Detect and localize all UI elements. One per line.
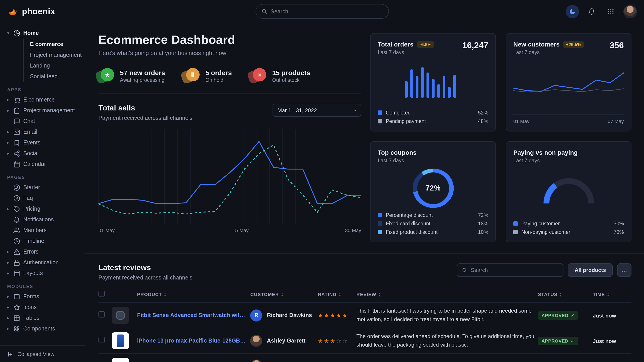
column-header-time[interactable]: TIME▲▼ [593,288,632,303]
sidebar-item-faq[interactable]: Faq [6,193,81,203]
top-coupons-donut-chart: 72% [412,169,454,208]
sidebar-item-authentication[interactable]: ▸Authentication [6,257,81,268]
thumb-header-cell [112,288,137,303]
order-bar [432,79,434,98]
order-bar [448,87,450,98]
legend-swatch [513,221,518,226]
sidebar-item-project-management[interactable]: ▸Project management [6,105,81,116]
legend-row: Pending payment48% [378,118,488,124]
sidebar-item-events[interactable]: ▸Events [6,137,81,148]
date-range-select[interactable]: Mar 1 - 31, 2022 ▾ [272,104,361,117]
sidebar-item-icons[interactable]: ▸Icons [6,302,81,313]
row-checkbox[interactable] [98,311,105,318]
caret-icon: ▸ [6,140,10,145]
column-header-product[interactable]: PRODUCT▲▼ [137,288,250,303]
product-name-cell [137,354,250,362]
sidebar-item-email[interactable]: ▸Email [6,127,81,137]
sidebar-item-label: Timeline [23,238,44,244]
legend-label: Pending payment [386,118,426,124]
sidebar-item-home[interactable]: ▾Home [6,28,81,38]
product-link[interactable]: iPhone 13 pro max-Pacific Blue-128GB sto… [137,338,247,344]
sidebar-item-layouts[interactable]: ▸Layouts [6,268,81,279]
sidebar-item-notifications[interactable]: Notifications [6,214,81,225]
search-icon [261,8,267,14]
product-link[interactable]: Fitbit Sense Advanced Smartwatch with To… [137,312,247,318]
column-header-rating[interactable]: RATING▲▼ [318,288,356,303]
sort-icon: ▲▼ [281,293,284,297]
sidebar-item-label: Pricing [23,206,40,212]
sidebar-item-forms[interactable]: ▸Forms [6,291,81,302]
order-bar [405,81,408,98]
bell-icon [14,216,20,223]
top-coupons-legend: Percentage discount72%Fixed card discoun… [378,212,488,235]
components-icon [14,325,20,332]
product-image [112,332,129,349]
clipboard-icon [14,107,20,114]
row-checkbox[interactable] [98,337,105,343]
brand-name: phoenix [22,6,55,16]
sidebar-item-members[interactable]: Members [6,225,81,236]
review-row [98,354,632,362]
sidebar-item-social[interactable]: ▸Social [6,148,81,159]
brand[interactable]: phoenix [7,6,88,17]
sidebar: ▾HomeE commerceProject managementLanding… [0,23,85,362]
column-label: TIME [593,292,605,297]
sidebar-subitem-landing[interactable]: Landing [24,60,81,71]
rating-cell: ★★★★★ [318,303,356,328]
collapsed-view-label: Collapsed View [18,351,54,357]
new-customers-chart-svg [513,62,624,103]
legend-swatch [378,110,382,115]
legend-swatch [378,119,382,123]
sidebar-subitem-e-commerce[interactable]: E commerce [24,39,81,50]
caret-icon: ▸ [6,294,10,299]
select-all-checkbox[interactable] [98,291,105,297]
sidebar-item-calendar[interactable]: Calendar [6,159,81,169]
customer-cell: Ashley Garrett [250,328,318,354]
order-bar [421,67,424,98]
review-text: This Fitbit is fantastic! I was trying t… [356,307,534,324]
customer-avatar: R [250,309,262,321]
sidebar-item-label: Authentication [23,259,59,266]
mail-icon [14,129,20,135]
sidebar-item-timeline[interactable]: Timeline [6,236,81,246]
sidebar-item-pricing[interactable]: ▸Pricing [6,203,81,214]
all-products-button[interactable]: All products [568,263,613,277]
latest-reviews-section: Latest reviews Payment received across a… [98,263,632,362]
stat-value: 57 new orders [120,69,165,76]
total-sells-x-axis: 01 May 15 May 30 May [98,228,361,235]
notifications-button[interactable] [585,5,598,18]
reviews-search-input[interactable] [471,267,558,273]
total-sells-title: Total sells [98,104,192,113]
card-title: Paying vs non paying [513,149,578,156]
customer-name: Richard Dawkins [267,312,312,318]
sidebar-item-e-commerce[interactable]: ▸E commerce [6,94,81,105]
stat-text: 5 ordersOn hold [206,69,232,83]
navbar-actions [566,5,637,18]
user-avatar[interactable] [624,5,637,18]
sidebar-sublist: E commerceProject managementLandingSocia… [23,39,81,82]
more-options-button[interactable]: ... [617,263,632,277]
sort-icon: ▲▼ [338,293,342,297]
column-header-review[interactable]: REVIEW▲▼ [356,288,538,303]
apps-grid-button[interactable] [604,5,618,18]
sidebar-item-chat[interactable]: Chat [6,116,81,127]
legend-label: Completed [386,110,410,115]
column-header-status[interactable]: STATUS▲▼ [538,288,593,303]
sidebar-item-errors[interactable]: ▸Errors [6,246,81,257]
sidebar-item-label: Errors [23,249,38,255]
clock-icon [14,238,20,244]
sidebar-subitem-social-feed[interactable]: Social feed [24,71,81,82]
card-period: Last 7 days [513,50,584,55]
sidebar-item-starter[interactable]: Starter [6,182,81,193]
column-header-customer[interactable]: CUSTOMER▲▼ [250,288,318,303]
latest-reviews-subtitle: Payment received across all channels [98,275,192,281]
global-search-input[interactable] [270,8,383,14]
sidebar-item-tables[interactable]: ▸Tables [6,313,81,323]
sidebar-item-label: Layouts [23,270,43,276]
legend-value: 48% [478,118,488,124]
legend-label: Percentage discount [386,212,433,218]
collapsed-view-toggle[interactable]: Collapsed View [0,345,84,362]
sidebar-subitem-project-management[interactable]: Project management [24,50,81,60]
sidebar-item-components[interactable]: ▸Components [6,323,81,334]
theme-toggle-button[interactable] [566,5,579,18]
